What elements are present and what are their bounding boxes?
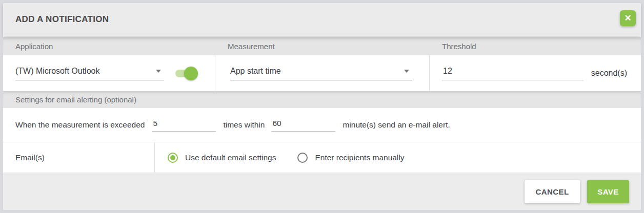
application-cell: (TW) Microsoft Outlook — [3, 55, 215, 91]
sentence-middle: times within — [223, 120, 265, 130]
close-icon[interactable]: ✕ — [620, 10, 636, 26]
radio-unselected-icon[interactable] — [297, 153, 308, 163]
radio-selected-icon[interactable] — [168, 153, 178, 163]
radio-option-default-email[interactable]: Use default email settings — [168, 153, 276, 163]
sentence-suffix: minute(s) send an e-mail alert. — [343, 120, 450, 130]
dialog-title: ADD A NOTIFICATION — [15, 14, 620, 25]
alert-condition-row: When the measurement is exceeded times w… — [3, 108, 641, 142]
threshold-column-label: Threshold — [430, 42, 641, 51]
save-button[interactable]: SAVE — [587, 180, 629, 203]
minutes-window-input[interactable] — [271, 119, 335, 132]
toggle-knob — [184, 67, 198, 80]
email-alerting-section-label: Settings for email alerting (optional) — [15, 95, 136, 104]
application-column-label: Application — [3, 42, 215, 51]
emails-row: Email(s) Use default email settings Ente… — [3, 142, 641, 173]
chevron-down-icon — [404, 70, 409, 73]
email-mode-radio-group: Use default email settings Enter recipie… — [155, 142, 405, 173]
measurement-column-label: Measurement — [215, 42, 430, 51]
times-exceeded-input[interactable] — [152, 119, 216, 132]
selection-row: (TW) Microsoft Outlook App start time se… — [3, 55, 641, 91]
application-select[interactable]: (TW) Microsoft Outlook — [15, 67, 164, 80]
radio-option-label: Enter recipients manually — [315, 153, 404, 162]
add-notification-dialog: ADD A NOTIFICATION ✕ Application Measure… — [3, 3, 641, 210]
threshold-cell: second(s) — [430, 55, 641, 91]
radio-option-label: Use default email settings — [185, 153, 276, 162]
application-enabled-toggle[interactable] — [175, 70, 194, 77]
dialog-titlebar: ADD A NOTIFICATION ✕ — [3, 3, 641, 36]
threshold-unit-label: second(s) — [591, 69, 627, 78]
measurement-select-value: App start time — [230, 67, 404, 76]
dialog-footer: CANCEL SAVE — [3, 173, 641, 210]
threshold-input[interactable] — [442, 67, 583, 80]
sentence-prefix: When the measurement is exceeded — [15, 120, 145, 130]
measurement-cell: App start time — [215, 55, 430, 91]
application-select-value: (TW) Microsoft Outlook — [15, 67, 156, 76]
email-alerting-section-header: Settings for email alerting (optional) — [3, 91, 641, 108]
radio-option-manual-recipients[interactable]: Enter recipients manually — [297, 153, 404, 163]
cancel-button[interactable]: CANCEL — [525, 180, 580, 203]
chevron-down-icon — [156, 70, 161, 73]
emails-label: Email(s) — [3, 142, 155, 173]
measurement-select[interactable]: App start time — [230, 67, 412, 80]
column-header-strip: Application Measurement Threshold — [3, 37, 641, 55]
